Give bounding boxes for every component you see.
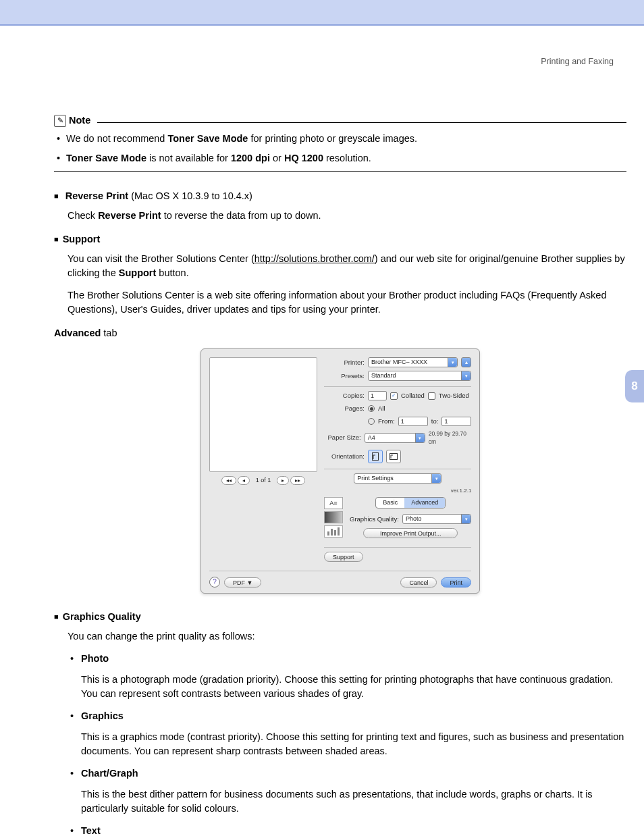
icon-strip: A≡: [324, 497, 344, 542]
graphics-quality-select[interactable]: Photo ▾: [402, 514, 472, 524]
support-p2: The Brother Solutions Center is a web si…: [68, 288, 626, 317]
pdf-button[interactable]: PDF ▼: [224, 577, 261, 588]
note-end-rule: [54, 171, 626, 172]
paper-size-select[interactable]: A4 ▾: [365, 433, 425, 443]
collated-label: Collated: [401, 391, 425, 400]
orientation-landscape-button[interactable]: [386, 450, 401, 463]
support-link[interactable]: http://solutions.brother.com/: [254, 253, 375, 264]
print-dialog: ◂◂ ◂ 1 of 1 ▸ ▸▸ Printer: Brother MFC– X…: [200, 348, 480, 594]
preview-box: [209, 357, 317, 472]
pages-all-label: All: [378, 404, 385, 413]
presets-label: Presets:: [324, 371, 365, 381]
pages-label: Pages:: [324, 404, 365, 413]
note-bullet-2: Toner Save Mode is not available for 120…: [66, 151, 626, 165]
pages-to-input[interactable]: 1: [441, 417, 471, 426]
top-band: [0, 0, 644, 26]
preview-last-button[interactable]: ▸▸: [290, 476, 305, 485]
gradient-sample-icon: [324, 511, 343, 523]
pages-from-label: From:: [378, 417, 395, 426]
note-rule: [97, 122, 626, 123]
preview-prev-button[interactable]: ◂: [238, 476, 250, 485]
copies-input[interactable]: 1: [368, 391, 387, 400]
gq-opt-text-name: Text: [81, 825, 101, 834]
gq-opt-chart-desc: This is the best dither pattern for busi…: [68, 787, 626, 816]
improve-print-output-button[interactable]: Improve Print Output...: [363, 528, 458, 538]
chapter-tab: 8: [625, 370, 644, 402]
graphics-quality-label: Graphics Quality:: [350, 515, 399, 524]
page-content: ✎ Note We do not recommend Toner Save Mo…: [0, 26, 644, 834]
support-title: Support: [63, 234, 101, 244]
presets-select[interactable]: Standard ▾: [368, 371, 471, 381]
gq-opt-chart-name: Chart/Graph: [81, 768, 138, 779]
pages-to-label: to:: [431, 417, 439, 426]
note-bullet-1: We do not recommend Toner Save Mode for …: [66, 132, 626, 146]
gq-opt-graphics-desc: This is a graphics mode (contrast priori…: [68, 730, 626, 758]
chevron-down-icon: ▾: [448, 358, 457, 367]
printer-info-button[interactable]: ▴: [461, 357, 471, 367]
gq-opt-graphics-name: Graphics: [81, 710, 124, 721]
version-label: ver.1.2.1: [324, 487, 471, 495]
graphics-quality-intro: You can change the print quality as foll…: [68, 629, 626, 644]
graphics-quality-title: Graphics Quality: [63, 611, 141, 622]
copies-label: Copies:: [324, 391, 365, 400]
tab-advanced[interactable]: Advanced: [404, 498, 445, 508]
printer-label: Printer:: [324, 358, 365, 367]
graphics-quality-item: Graphics Quality You can change the prin…: [54, 610, 626, 834]
preview-page-label: 1 of 1: [250, 476, 277, 485]
note-icon: ✎: [54, 115, 66, 127]
preview-first-button[interactable]: ◂◂: [221, 476, 236, 485]
gq-opt-photo-name: Photo: [81, 653, 109, 664]
support-item: Support You can visit the Brother Soluti…: [54, 232, 626, 317]
preview-next-button[interactable]: ▸: [277, 476, 289, 485]
paper-dims: 20.99 by 29.70 cm: [429, 429, 472, 446]
cancel-button[interactable]: Cancel: [400, 577, 437, 588]
print-button[interactable]: Print: [441, 577, 471, 588]
pages-all-radio[interactable]: [368, 405, 375, 412]
chevron-down-icon: ▾: [461, 371, 471, 380]
tab-basic[interactable]: Basic: [376, 498, 404, 508]
reverse-print-title: Reverse Print: [65, 190, 129, 201]
gq-opt-photo-desc: This is a photograph mode (gradation pri…: [68, 673, 626, 701]
collated-checkbox[interactable]: ✓: [390, 392, 398, 400]
tab-pill: Basic Advanced: [375, 497, 446, 509]
two-sided-label: Two-Sided: [439, 391, 469, 400]
header-section-title: Printing and Faxing: [541, 55, 614, 68]
print-settings-select[interactable]: Print Settings ▾: [354, 473, 441, 484]
chevron-down-icon: ▾: [461, 515, 471, 523]
help-icon[interactable]: ?: [209, 577, 220, 588]
printer-select[interactable]: Brother MFC– XXXX ▾: [368, 357, 458, 367]
note-label: Note: [69, 113, 90, 128]
chart-sample-icon: [324, 525, 343, 538]
chevron-down-icon: ▾: [415, 434, 425, 442]
advanced-tab-label: Advanced tab: [54, 326, 626, 340]
orientation-portrait-button[interactable]: [368, 450, 383, 463]
reverse-print-item: Reverse Print (Mac OS X 10.3.9 to 10.4.x…: [54, 189, 626, 223]
orientation-label: Orientation:: [324, 452, 365, 461]
pages-from-radio[interactable]: [368, 418, 375, 425]
two-sided-checkbox[interactable]: [428, 392, 435, 400]
paper-size-label: Paper Size:: [324, 433, 361, 442]
note-section: ✎ Note We do not recommend Toner Save Mo…: [54, 113, 626, 172]
support-button[interactable]: Support: [324, 552, 363, 562]
chevron-down-icon: ▾: [431, 474, 441, 483]
text-sample-icon: A≡: [324, 497, 343, 509]
pages-from-input[interactable]: 1: [398, 417, 428, 426]
